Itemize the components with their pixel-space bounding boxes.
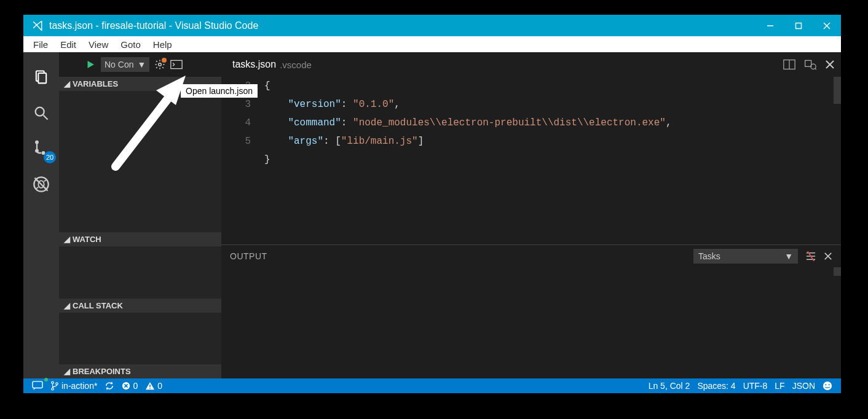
line-gutter: 2 3 4 5 [221, 77, 264, 245]
svg-point-35 [52, 388, 54, 391]
menu-view[interactable]: View [82, 36, 114, 52]
svg-rect-33 [33, 382, 42, 388]
explorer-icon[interactable] [23, 60, 59, 95]
config-warning-dot-icon [162, 58, 167, 63]
breakpoints-label: BREAKPOINTS [73, 367, 131, 376]
maximize-button[interactable] [784, 15, 813, 36]
minimize-button[interactable] [756, 15, 784, 36]
search-icon[interactable] [23, 95, 59, 131]
svg-point-36 [56, 383, 58, 385]
encoding-button[interactable]: UTF-8 [740, 378, 771, 393]
debug-sidebar: No Con ▼ Open launch.json ◢ VARIABLES ◢ [59, 52, 221, 378]
svg-line-16 [36, 187, 39, 189]
titlebar[interactable]: tasks.json - firesale-tutorial - Visual … [23, 15, 841, 36]
chevron-down-icon: ◢ [64, 367, 70, 376]
sync-button[interactable] [101, 378, 118, 393]
clear-output-button[interactable] [805, 251, 816, 261]
main-area: 20 No Con ▼ [23, 52, 841, 378]
output-scrollbar[interactable] [834, 267, 841, 276]
debug-toolbar: No Con ▼ Open launch.json [59, 52, 221, 77]
status-bar: in-action* 0 0 Ln 5, Col 2 Spaces: 4 UTF… [23, 378, 841, 393]
close-panel-button[interactable] [824, 252, 832, 260]
breakpoints-header[interactable]: ◢ BREAKPOINTS [59, 364, 221, 378]
git-icon[interactable]: 20 [23, 131, 59, 166]
notification-dot-icon [44, 378, 48, 382]
menubar: File Edit View Goto Help [23, 36, 841, 52]
vscode-logo-icon [32, 20, 43, 31]
menu-goto[interactable]: Goto [114, 36, 147, 52]
output-panel: OUTPUT Tasks ▼ [221, 245, 841, 378]
watch-label: WATCH [73, 235, 101, 244]
output-channel-label: Tasks [698, 251, 720, 261]
tab-path: .vscode [280, 60, 312, 70]
error-count: 0 [133, 381, 138, 391]
minimap-scrollbar[interactable] [834, 77, 841, 104]
code-editor[interactable]: 2 3 4 5 { "version": "0.1.0", "command":… [221, 77, 841, 245]
variables-label: VARIABLES [73, 79, 118, 88]
git-badge: 20 [44, 151, 56, 163]
chevron-down-icon: ◢ [64, 235, 70, 244]
chevron-down-icon: ◢ [64, 79, 70, 88]
eol-button[interactable]: LF [771, 378, 788, 393]
debug-icon[interactable] [23, 166, 59, 202]
tooltip: Open launch.json [181, 84, 258, 98]
warning-count: 0 [157, 381, 162, 391]
output-title: OUTPUT [230, 251, 267, 261]
svg-point-43 [825, 384, 826, 385]
debug-config-select[interactable]: No Con ▼ [101, 57, 149, 72]
indentation-button[interactable]: Spaces: 4 [693, 378, 739, 393]
chevron-down-icon: ◢ [64, 301, 70, 310]
open-launch-json-button[interactable] [154, 59, 165, 70]
menu-help[interactable]: Help [147, 36, 178, 52]
output-header: OUTPUT Tasks ▼ [221, 245, 841, 267]
errors-button[interactable]: 0 [118, 378, 141, 393]
menu-edit[interactable]: Edit [54, 36, 82, 52]
svg-line-7 [44, 116, 48, 120]
svg-line-15 [44, 180, 47, 181]
callstack-label: CALL STACK [73, 301, 123, 310]
svg-rect-22 [805, 60, 811, 66]
svg-point-44 [829, 384, 830, 385]
svg-point-34 [52, 382, 54, 384]
svg-point-6 [36, 108, 44, 116]
split-editor-button[interactable] [783, 59, 795, 70]
editor-area: tasks.json .vscode 2 [221, 52, 841, 378]
output-channel-select[interactable]: Tasks ▼ [693, 249, 798, 264]
svg-line-24 [815, 68, 817, 70]
cursor-position[interactable]: Ln 5, Col 2 [645, 378, 694, 393]
svg-point-18 [159, 63, 162, 66]
close-tab-button[interactable] [825, 60, 835, 69]
variables-body [59, 91, 221, 232]
debug-console-button[interactable] [170, 60, 183, 69]
feedback-button[interactable] [28, 378, 47, 393]
window-controls [756, 15, 841, 36]
watch-header[interactable]: ◢ WATCH [59, 232, 221, 246]
git-branch-button[interactable]: in-action* [47, 378, 101, 393]
code-content[interactable]: { "version": "0.1.0", "command": "node_m… [264, 77, 841, 245]
svg-rect-19 [171, 60, 182, 68]
chevron-down-icon: ▼ [784, 251, 793, 261]
callstack-body [59, 313, 221, 365]
editor-actions [783, 59, 835, 70]
vscode-window: tasks.json - firesale-tutorial - Visual … [23, 15, 841, 393]
activity-bar: 20 [23, 52, 59, 378]
smiley-feedback-button[interactable] [819, 378, 836, 393]
svg-rect-1 [796, 23, 802, 28]
window-title: tasks.json - firesale-tutorial - Visual … [49, 20, 756, 31]
close-button[interactable] [813, 15, 841, 36]
svg-rect-5 [38, 73, 46, 83]
svg-point-9 [35, 149, 39, 153]
language-mode-button[interactable]: JSON [789, 378, 819, 393]
menu-file[interactable]: File [27, 36, 54, 52]
svg-point-41 [149, 388, 151, 389]
start-debug-button[interactable] [85, 59, 96, 70]
editor-tab-bar: tasks.json .vscode [221, 52, 841, 77]
warnings-button[interactable]: 0 [141, 378, 166, 393]
chevron-down-icon: ▼ [137, 60, 146, 69]
callstack-header[interactable]: ◢ CALL STACK [59, 299, 221, 313]
branch-name: in-action* [61, 381, 97, 391]
watch-body [59, 246, 221, 299]
tab-filename[interactable]: tasks.json [232, 59, 276, 70]
more-actions-button[interactable] [804, 59, 816, 70]
svg-point-42 [823, 382, 832, 390]
